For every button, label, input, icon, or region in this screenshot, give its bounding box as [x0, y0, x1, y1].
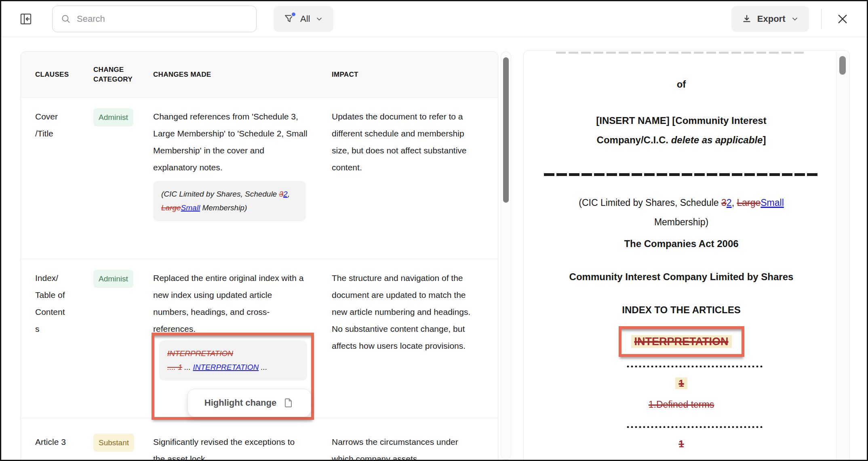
chevron-down-icon [790, 15, 799, 23]
changes-text: Replaced the entire original index with … [153, 270, 308, 337]
quote-line: INTERPRETATION [167, 347, 299, 360]
dashed-divider [544, 173, 819, 176]
filter-label: All [300, 14, 310, 24]
document-scrollbar-thumb[interactable] [839, 56, 846, 75]
table-scrollbar-thumb[interactable] [503, 57, 509, 203]
category-badge: Substant [93, 434, 134, 452]
quote-line: .... 1 ... INTERPRETATION ... [167, 360, 299, 374]
export-button[interactable]: Export [731, 6, 809, 32]
changes-text: Significantly revised the exceptions to … [153, 434, 308, 461]
sidebar-collapse-icon [19, 12, 33, 26]
text-segment: Membership) [654, 217, 708, 227]
text-segment: , [288, 190, 290, 198]
table-row: Cover /TitleAdministChanged references f… [21, 98, 498, 259]
deleted-text: Large [737, 197, 761, 208]
filter-button[interactable]: All [274, 6, 333, 32]
text-segment: INDEX TO THE ARTICLES [622, 304, 740, 315]
export-label: Export [757, 14, 786, 24]
sidebar-collapse-button[interactable] [17, 10, 35, 28]
document-paragraph: (CIC Limited by Shares, Schedule 32, Lar… [568, 193, 794, 232]
column-header-change-category: CHANGE CATEGORY [93, 65, 153, 84]
clause-cell: Article 3 [35, 434, 67, 461]
clipped-dashed-divider [556, 52, 807, 54]
text-segment: (CIC Limited by Shares, Schedule [579, 197, 721, 208]
clause-cell: Index/ Table of Contents [35, 270, 67, 420]
table-scrollbar-track[interactable] [501, 51, 511, 460]
deleted-text: Large [161, 203, 181, 212]
document-preview: of[INSERT NAME] [Community Interest Comp… [523, 50, 850, 461]
table-header-row: CLAUSES CHANGE CATEGORY CHANGES MADE IMP… [21, 52, 498, 98]
deleted-text: INTERPRETATION [631, 335, 732, 348]
document-paragraph: 1 [568, 374, 794, 393]
close-icon [836, 13, 849, 25]
close-button[interactable] [833, 9, 852, 29]
changes-table: CLAUSES CHANGE CATEGORY CHANGES MADE IMP… [21, 51, 498, 461]
document-scrollbar-track[interactable] [836, 52, 848, 461]
document-paragraph: 1.Defined terms [568, 395, 794, 414]
changes-text: Changed references from 'Schedule 3, Lar… [153, 108, 308, 176]
app-window: All Export [0, 0, 868, 461]
column-header-clauses: CLAUSES [35, 71, 93, 79]
inserted-text: 2 [727, 197, 732, 208]
toolbar: All Export [1, 1, 867, 37]
changes-cell: Changed references from 'Schedule 3, Lar… [153, 108, 308, 259]
text-segment: The Companies Act 2006 [624, 238, 738, 249]
category-badge: Administ [93, 270, 133, 288]
change-quote: INTERPRETATION .... 1 ... INTERPRETATION… [159, 340, 307, 381]
category-cell: Substant [93, 434, 153, 461]
text-segment: delete as applicable [671, 134, 763, 145]
document-paragraph: 1 [568, 434, 794, 454]
toolbar-divider [821, 9, 822, 29]
change-highlight-frame: INTERPRETATION .... 1 ... INTERPRETATION… [152, 333, 314, 420]
highlight-change-tooltip[interactable]: Highlight change [188, 389, 311, 417]
impact-cell: Updates the document to refer to a diffe… [332, 108, 474, 259]
document-paragraph: Community Interest Company Limited by Sh… [568, 267, 794, 287]
text-segment: ... [259, 363, 267, 371]
document-paragraph: INDEX TO THE ARTICLES [568, 300, 794, 320]
inserted-text: Small [761, 197, 784, 208]
download-icon [741, 13, 752, 25]
text-segment: , [732, 197, 737, 208]
table-row: Article 3SubstantSignificantly revised t… [21, 418, 498, 461]
column-header-changes-made: CHANGES MADE [153, 71, 332, 79]
deleted-text: 3 [721, 197, 727, 208]
table-body: Cover /TitleAdministChanged references f… [21, 98, 498, 461]
category-cell: Administ [93, 108, 153, 259]
text-segment: (CIC Limited by Shares, Schedule [161, 190, 279, 198]
changes-cell: Significantly revised the exceptions to … [153, 434, 308, 461]
document-paragraph: The Companies Act 2006 [568, 234, 794, 254]
impact-cell: Narrows the circumstances under which co… [332, 434, 474, 461]
tooltip-label: Highlight change [204, 394, 276, 411]
deleted-text: 1 [675, 377, 687, 389]
filter-icon [283, 13, 295, 25]
deleted-text: 1 [678, 438, 684, 449]
change-highlight-frame: INTERPRETATION [619, 326, 744, 357]
change-quote: (CIC Limited by Shares, Schedule 32, Lar… [153, 181, 306, 221]
changes-cell: Replaced the entire original index with … [153, 270, 308, 420]
inserted-text: Small [181, 203, 200, 212]
inserted-text: INTERPRETATION [193, 363, 259, 371]
dotted-leader [626, 425, 764, 428]
text-segment: Membership) [200, 203, 247, 212]
column-header-impact: IMPACT [332, 71, 498, 79]
category-cell: Administ [93, 270, 153, 420]
dotted-leader [626, 365, 764, 367]
text-segment: ... [182, 363, 193, 371]
deleted-text: 3 [279, 190, 283, 198]
deleted-text: .... 1 [167, 363, 182, 371]
document-paragraph: [INSERT NAME] [Community Interest Compan… [568, 111, 794, 150]
table-row: Index/ Table of ContentsAdministReplaced… [21, 259, 498, 418]
search-box [52, 6, 257, 32]
deleted-text: 1.Defined terms [649, 399, 714, 410]
document-paragraph: of [568, 75, 794, 94]
search-icon [61, 14, 71, 24]
search-input[interactable] [77, 14, 248, 24]
inserted-text: 2 [283, 190, 288, 198]
text-segment: Community Interest Company Limited by Sh… [569, 271, 794, 282]
category-badge: Administ [93, 108, 133, 126]
text-segment: of [677, 79, 686, 90]
page-icon [283, 397, 294, 409]
document-content: of[INSERT NAME] [Community Interest Comp… [524, 51, 836, 461]
highlight-frame-wrap: INTERPRETATION [538, 326, 824, 357]
clause-cell: Cover /Title [35, 108, 67, 259]
